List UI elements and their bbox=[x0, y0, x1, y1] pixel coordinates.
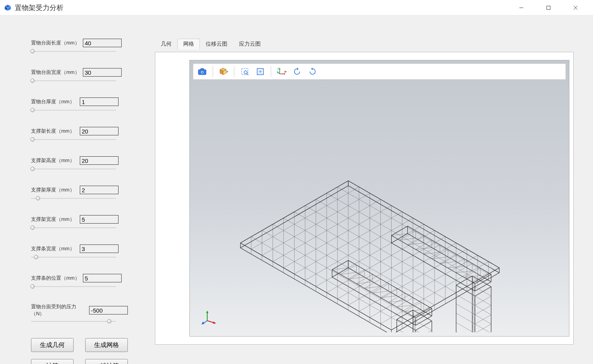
param-input[interactable] bbox=[80, 156, 119, 165]
svg-marker-19 bbox=[279, 68, 280, 69]
param-input[interactable] bbox=[80, 186, 119, 194]
svg-line-413 bbox=[381, 296, 397, 298]
param-group: 支撑条宽度（mm） bbox=[31, 244, 128, 260]
window-title: 置物架受力分析 bbox=[15, 3, 508, 12]
param-label: 置物台面受到的压力（N） bbox=[31, 303, 86, 317]
maximize-button[interactable] bbox=[535, 0, 562, 15]
titlebar: 置物架受力分析 bbox=[0, 0, 593, 15]
param-group: 支撑架宽度（mm） bbox=[31, 215, 128, 231]
param-group: 置物台面宽度（mm） bbox=[31, 68, 128, 84]
svg-line-287 bbox=[391, 234, 407, 243]
param-input[interactable] bbox=[80, 215, 119, 224]
param-label: 支撑条的位置（mm） bbox=[31, 275, 80, 282]
svg-line-419 bbox=[397, 305, 413, 307]
param-label: 支撑架高度（mm） bbox=[31, 157, 77, 164]
svg-point-10 bbox=[201, 72, 203, 73]
param-input[interactable] bbox=[80, 127, 119, 135]
svg-line-387 bbox=[332, 270, 416, 318]
param-label: 置物台面宽度（mm） bbox=[31, 69, 80, 76]
param-input[interactable] bbox=[80, 97, 119, 106]
svg-marker-22 bbox=[284, 73, 285, 75]
onekey-calculate-button[interactable]: 一键计算 bbox=[85, 359, 128, 364]
param-group: 置物台面受到的压力（N） bbox=[31, 303, 128, 324]
svg-rect-4 bbox=[547, 6, 550, 9]
generate-mesh-button[interactable]: 生成网格 bbox=[85, 338, 128, 352]
param-input[interactable] bbox=[83, 39, 122, 47]
param-input[interactable] bbox=[83, 274, 122, 282]
tab-1[interactable]: 网格 bbox=[177, 39, 200, 50]
svg-line-381 bbox=[348, 268, 432, 316]
tab-2[interactable]: 位移云图 bbox=[200, 39, 233, 50]
svg-rect-8 bbox=[201, 68, 204, 70]
svg-marker-427 bbox=[206, 311, 208, 313]
close-button[interactable] bbox=[562, 0, 589, 15]
mesh-canvas[interactable] bbox=[194, 84, 565, 332]
viewer-panel: 几何网格位移云图应力云图 ▾ bbox=[139, 23, 585, 356]
param-slider[interactable] bbox=[31, 137, 116, 142]
viewer: ▾ ZXY ▾ bbox=[155, 52, 574, 345]
param-slider[interactable] bbox=[31, 196, 116, 201]
tab-0[interactable]: 几何 bbox=[155, 39, 177, 50]
svg-line-401 bbox=[348, 277, 364, 279]
param-input[interactable] bbox=[80, 244, 119, 253]
svg-line-290 bbox=[391, 236, 475, 284]
svg-line-297 bbox=[391, 226, 407, 236]
param-label: 支撑架长度（mm） bbox=[31, 128, 77, 135]
svg-line-394 bbox=[332, 260, 348, 270]
svg-marker-26 bbox=[297, 68, 299, 70]
param-slider[interactable] bbox=[31, 108, 116, 113]
generate-geometry-button[interactable]: 生成几何 bbox=[31, 338, 74, 352]
camera-icon[interactable] bbox=[196, 65, 209, 78]
param-group: 支撑架厚度（mm） bbox=[31, 186, 128, 201]
svg-text:Z: Z bbox=[277, 67, 279, 70]
rotate-ccw-icon[interactable] bbox=[290, 65, 304, 78]
param-group: 支撑架高度（mm） bbox=[31, 156, 128, 172]
svg-line-383 bbox=[332, 277, 416, 325]
param-slider[interactable] bbox=[31, 319, 116, 324]
param-label: 支撑条宽度（mm） bbox=[31, 245, 77, 252]
param-slider[interactable] bbox=[31, 225, 116, 231]
app-icon bbox=[4, 4, 12, 12]
svg-line-346 bbox=[416, 330, 432, 332]
param-label: 支撑架厚度（mm） bbox=[31, 186, 77, 193]
rotate-cw-icon[interactable] bbox=[306, 65, 319, 78]
param-slider[interactable] bbox=[31, 255, 116, 260]
svg-line-286 bbox=[391, 243, 475, 291]
fit-view-icon[interactable] bbox=[254, 65, 267, 78]
svg-marker-27 bbox=[311, 68, 313, 70]
zoom-region-icon[interactable] bbox=[238, 65, 251, 78]
param-label: 置物台面长度（mm） bbox=[31, 39, 80, 46]
svg-line-385 bbox=[348, 260, 432, 309]
svg-marker-429 bbox=[213, 321, 216, 324]
minimize-button[interactable] bbox=[508, 0, 535, 15]
viewport-3d[interactable]: ▾ ZXY ▾ bbox=[189, 60, 569, 337]
axes-icon[interactable]: ZXY ▾ bbox=[275, 65, 288, 78]
param-label: 支撑架宽度（mm） bbox=[31, 216, 77, 223]
orientation-triad bbox=[201, 309, 217, 325]
param-slider[interactable] bbox=[31, 49, 116, 54]
svg-line-382 bbox=[416, 316, 432, 325]
param-input[interactable] bbox=[89, 306, 128, 314]
svg-line-285 bbox=[475, 282, 491, 291]
window-controls bbox=[508, 0, 589, 15]
tab-3[interactable]: 应力云图 bbox=[233, 39, 266, 50]
svg-line-261 bbox=[475, 324, 491, 332]
param-input[interactable] bbox=[83, 68, 122, 77]
view-toolbar: ▾ ZXY ▾ bbox=[193, 63, 566, 80]
svg-point-15 bbox=[244, 71, 247, 74]
param-slider[interactable] bbox=[31, 166, 116, 172]
param-group: 置物台面长度（mm） bbox=[31, 39, 128, 54]
param-label: 置物台厚度（mm） bbox=[31, 98, 77, 105]
parameter-panel: 置物台面长度（mm） 置物台面宽度（mm） 置物台厚度（mm） 支撑架长度（mm… bbox=[8, 23, 139, 356]
param-slider[interactable] bbox=[31, 78, 116, 84]
svg-line-284 bbox=[407, 234, 491, 282]
param-slider[interactable] bbox=[31, 284, 116, 289]
calculate-button[interactable]: 计算 bbox=[31, 359, 74, 364]
param-group: 支撑架长度（mm） bbox=[31, 127, 128, 142]
svg-text:Y: Y bbox=[277, 71, 278, 74]
svg-line-384 bbox=[332, 268, 348, 277]
svg-line-407 bbox=[364, 287, 381, 289]
view-cube-icon[interactable]: ▾ bbox=[217, 65, 230, 78]
param-group: 置物台厚度（mm） bbox=[31, 97, 128, 113]
param-group: 支撑条的位置（mm） bbox=[31, 274, 128, 289]
